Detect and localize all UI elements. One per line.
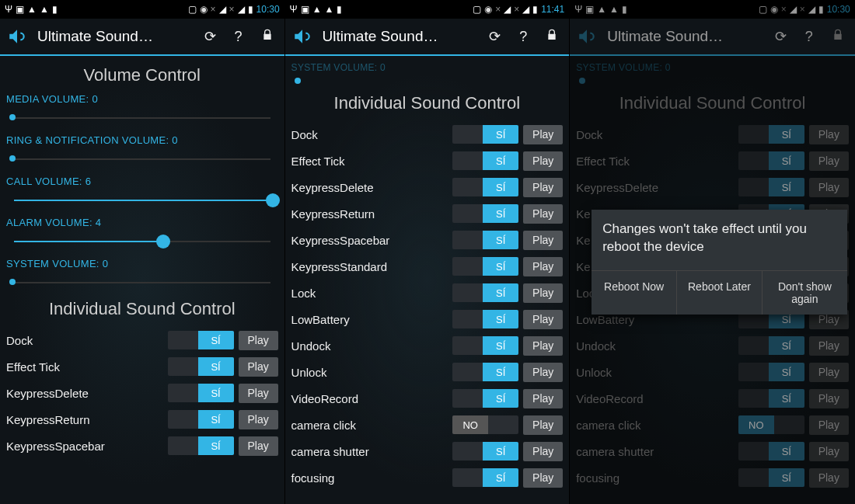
slider-label: MEDIA VOLUME: 0 (6, 93, 278, 105)
slider-thumb[interactable] (9, 114, 16, 120)
play-button[interactable]: Play (523, 178, 563, 197)
toggle-label: SÍ (483, 125, 518, 144)
play-button[interactable]: Play (523, 389, 563, 408)
sound-toggle[interactable]: SÍ (452, 151, 518, 170)
sound-toggle[interactable]: SÍ (452, 204, 518, 223)
battery-icon: ▮ (248, 4, 253, 15)
sound-toggle[interactable]: SÍ (168, 410, 234, 429)
app-title: Ultimate Sound… (323, 28, 476, 45)
sound-toggle[interactable]: SÍ (452, 363, 518, 381)
toggle-label: SÍ (198, 436, 234, 455)
warn-icon: ▲ (312, 4, 322, 15)
play-button[interactable]: Play (523, 310, 563, 329)
sound-toggle[interactable]: SÍ (168, 357, 234, 376)
play-button[interactable]: Play (809, 151, 849, 171)
sound-toggle[interactable]: SÍ (452, 468, 518, 487)
sound-toggle[interactable]: SÍ (738, 151, 804, 170)
slider-thumb[interactable] (9, 155, 16, 162)
lock-icon[interactable] (827, 25, 849, 49)
play-button[interactable]: Play (809, 336, 849, 356)
volume-slider[interactable] (6, 271, 278, 291)
play-button[interactable]: Play (523, 415, 563, 435)
sound-toggle[interactable]: SÍ (738, 178, 804, 196)
play-button[interactable]: Play (809, 363, 849, 382)
refresh-icon[interactable]: ⟳ (484, 25, 505, 48)
sound-toggle[interactable]: SÍ (452, 283, 518, 302)
play-button[interactable]: Play (523, 231, 563, 250)
play-button[interactable]: Play (239, 436, 278, 456)
play-button[interactable]: Play (523, 204, 563, 224)
play-button[interactable]: Play (239, 410, 278, 429)
play-button[interactable]: Play (523, 283, 563, 303)
sound-toggle[interactable]: NO (738, 415, 804, 434)
sound-toggle[interactable]: SÍ (452, 310, 518, 328)
sound-toggle[interactable]: SÍ (738, 125, 804, 144)
lock-icon[interactable] (256, 25, 278, 49)
sound-toggle[interactable]: SÍ (738, 336, 804, 355)
help-icon[interactable]: ? (515, 26, 532, 48)
play-button[interactable]: Play (809, 468, 849, 488)
content-area[interactable]: SYSTEM VOLUME: 0 Individual Sound Contro… (285, 56, 570, 504)
sound-toggle[interactable]: SÍ (168, 436, 234, 455)
sound-toggle[interactable]: SÍ (452, 125, 518, 144)
play-button[interactable]: Play (809, 389, 849, 408)
slider-thumb[interactable] (9, 279, 16, 285)
play-button[interactable]: Play (523, 468, 563, 488)
help-icon[interactable]: ? (230, 26, 247, 48)
volume-slider[interactable] (6, 189, 278, 209)
sound-toggle[interactable]: SÍ (738, 468, 804, 487)
play-button[interactable]: Play (809, 442, 849, 461)
play-button[interactable]: Play (809, 415, 849, 435)
usb-icon: Ψ (574, 4, 582, 15)
sound-toggle[interactable]: SÍ (452, 442, 518, 461)
sound-toggle[interactable]: NO (452, 415, 518, 434)
help-icon[interactable]: ? (801, 26, 818, 48)
volume-slider[interactable] (6, 148, 278, 168)
sound-name: Dock (576, 128, 734, 141)
slider-thumb[interactable] (295, 78, 301, 84)
reboot-later-button[interactable]: Reboot Later (677, 271, 763, 315)
lock-icon[interactable] (541, 25, 563, 49)
toggle-label: NO (452, 415, 488, 434)
sound-name: Lock (291, 287, 448, 300)
play-button[interactable]: Play (809, 178, 849, 197)
play-button[interactable]: Play (809, 125, 849, 144)
play-button[interactable]: Play (523, 151, 563, 171)
dont-show-again-button[interactable]: Don't show again (763, 271, 847, 315)
play-button[interactable]: Play (523, 125, 563, 144)
dialog-message: Changes won't take effect until you rebo… (592, 210, 847, 270)
play-button[interactable]: Play (523, 257, 563, 276)
toggle-label: SÍ (483, 204, 518, 223)
reboot-now-button[interactable]: Reboot Now (592, 271, 677, 315)
sound-toggle[interactable]: SÍ (452, 257, 518, 276)
play-button[interactable]: Play (523, 363, 563, 382)
toggle-label: SÍ (483, 389, 518, 408)
play-button[interactable]: Play (523, 442, 563, 461)
sound-toggle[interactable]: SÍ (452, 178, 518, 196)
slider-thumb[interactable] (156, 235, 170, 249)
image-icon: ▣ (585, 4, 594, 15)
refresh-icon[interactable]: ⟳ (200, 25, 221, 48)
volume-slider[interactable] (6, 230, 278, 250)
play-button[interactable]: Play (239, 331, 278, 350)
sound-toggle[interactable]: SÍ (738, 389, 804, 408)
play-button[interactable]: Play (523, 336, 563, 356)
sound-toggle[interactable]: SÍ (738, 442, 804, 461)
sound-toggle[interactable]: SÍ (738, 363, 804, 381)
slider-thumb[interactable] (266, 193, 280, 207)
sound-toggle[interactable]: SÍ (452, 231, 518, 249)
sound-row: KeypressSpacebar SÍ Play (6, 433, 278, 459)
sound-row: LowBattery SÍ Play (291, 306, 564, 332)
sound-name: camera shutter (576, 445, 734, 458)
volume-slider[interactable] (6, 106, 278, 127)
sound-toggle[interactable]: SÍ (168, 331, 234, 349)
play-button[interactable]: Play (239, 357, 278, 377)
section-individual-sound: Individual Sound Control (6, 299, 278, 319)
refresh-icon[interactable]: ⟳ (770, 25, 791, 48)
sound-toggle[interactable]: SÍ (452, 336, 518, 355)
sound-toggle[interactable]: SÍ (452, 389, 518, 408)
content-area[interactable]: Volume Control MEDIA VOLUME: 0 RING & NO… (0, 56, 284, 504)
slider-label: ALARM VOLUME: 4 (6, 217, 278, 228)
play-button[interactable]: Play (239, 384, 278, 403)
sound-toggle[interactable]: SÍ (168, 384, 234, 402)
